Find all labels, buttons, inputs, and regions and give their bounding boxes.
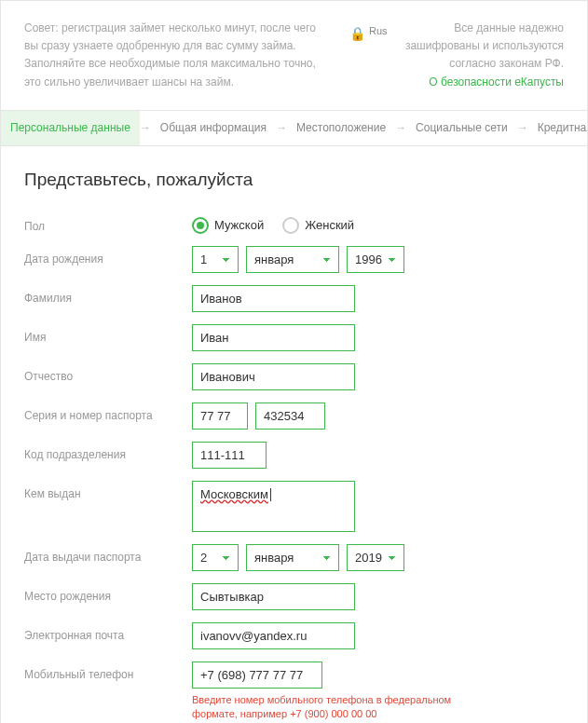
- label-gender: Пол: [24, 213, 192, 233]
- label-issue-date: Дата выдачи паспорта: [24, 544, 192, 564]
- patronymic-input[interactable]: [192, 363, 355, 390]
- first-name-input[interactable]: [192, 324, 355, 351]
- security-badge: 🔒 Rus: [349, 20, 388, 91]
- radio-male-label: Мужской: [214, 218, 264, 232]
- dept-code-input[interactable]: [192, 442, 267, 469]
- step-location[interactable]: Местоположение: [287, 111, 395, 146]
- birth-place-input[interactable]: [192, 583, 355, 610]
- chevron-right-icon: →: [276, 121, 287, 134]
- issue-month-select[interactable]: января: [246, 544, 339, 571]
- chevron-right-icon: →: [517, 121, 528, 134]
- label-email: Электронная почта: [24, 622, 192, 642]
- radio-male[interactable]: Мужской: [192, 217, 264, 234]
- lock-badge-text: Rus: [369, 23, 388, 40]
- lock-icon: 🔒: [349, 23, 365, 44]
- label-phone: Мобильный телефон: [24, 662, 192, 681]
- label-first-name: Имя: [24, 324, 192, 344]
- issue-year-select[interactable]: 2019: [347, 544, 404, 571]
- last-name-input[interactable]: [192, 285, 355, 312]
- label-dept-code: Код подразделения: [24, 442, 192, 461]
- birth-month-select[interactable]: января: [246, 246, 339, 273]
- label-passport: Серия и номер паспорта: [24, 402, 192, 422]
- label-last-name: Фамилия: [24, 285, 192, 305]
- step-personal[interactable]: Персональные данные: [1, 111, 140, 146]
- radio-female[interactable]: Женский: [282, 217, 354, 234]
- birth-year-select[interactable]: 1996: [347, 246, 404, 273]
- label-patronymic: Отчество: [24, 363, 192, 383]
- advice-text: Совет: регистрация займет несколько мину…: [24, 20, 321, 91]
- security-link[interactable]: О безопасности еКапусты: [429, 75, 564, 89]
- step-nav: Персональные данные → Общая информация →…: [1, 111, 587, 146]
- label-birth-date: Дата рождения: [24, 246, 192, 266]
- phone-input[interactable]: [192, 662, 322, 689]
- issued-by-input[interactable]: Московским: [192, 481, 355, 532]
- passport-number-input[interactable]: [255, 402, 325, 430]
- page-title: Представьтесь, пожалуйста: [24, 170, 564, 190]
- birth-day-select[interactable]: 1: [192, 246, 239, 273]
- step-credit[interactable]: Кредитная история: [528, 111, 587, 146]
- chevron-right-icon: →: [140, 121, 151, 134]
- email-input[interactable]: [192, 622, 355, 649]
- radio-female-label: Женский: [305, 218, 354, 232]
- step-social[interactable]: Социальные сети: [406, 111, 517, 146]
- chevron-right-icon: →: [395, 121, 406, 134]
- label-birth-place: Место рождения: [24, 583, 192, 603]
- step-general[interactable]: Общая информация: [151, 111, 276, 146]
- passport-series-input[interactable]: [192, 402, 248, 430]
- phone-error: Введите номер мобильного телефона в феде…: [192, 693, 472, 722]
- security-text: Все данные надежно зашифрованы и использ…: [405, 21, 564, 70]
- label-issued-by: Кем выдан: [24, 481, 192, 500]
- issue-day-select[interactable]: 2: [192, 544, 239, 571]
